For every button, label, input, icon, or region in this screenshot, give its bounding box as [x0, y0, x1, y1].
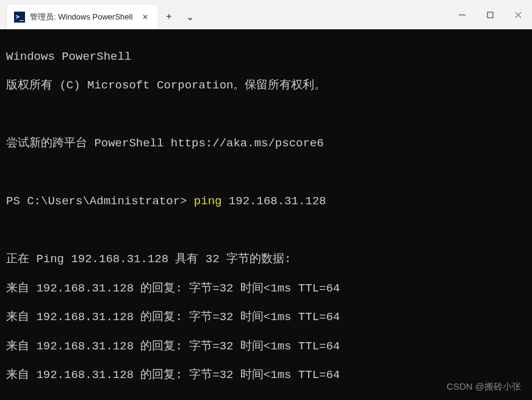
powershell-icon: >_: [14, 12, 25, 23]
minimize-button[interactable]: [448, 0, 476, 29]
pscore-hint: 尝试新的跨平台 PowerShell https://aka.ms/pscore…: [6, 137, 526, 151]
ping-reply: 来自 192.168.31.128 的回复: 字节=32 时间<1ms TTL=…: [6, 282, 526, 296]
blank-line: [6, 398, 526, 400]
maximize-button[interactable]: [476, 0, 504, 29]
close-window-button[interactable]: [504, 0, 532, 29]
plus-icon: +: [166, 11, 171, 22]
blank-line: [6, 224, 526, 238]
svg-rect-1: [487, 12, 493, 18]
terminal-output[interactable]: Windows PowerShell 版权所有 (C) Microsoft Co…: [0, 29, 532, 400]
copyright-line: 版权所有 (C) Microsoft Corporation。保留所有权利。: [6, 79, 526, 93]
titlebar: >_ 管理员: Windows PowerShell ✕ + ⌄: [0, 0, 532, 29]
prompt-line: PS C:\Users\Administrator> ping 192.168.…: [6, 195, 526, 209]
prompt-prefix: PS C:\Users\Administrator>: [6, 195, 194, 208]
close-tab-button[interactable]: ✕: [138, 10, 152, 24]
maximize-icon: [487, 12, 494, 18]
chevron-down-icon: ⌄: [186, 11, 194, 23]
new-tab-button[interactable]: +: [159, 4, 179, 29]
titlebar-drag-region[interactable]: [200, 0, 448, 29]
close-icon: [515, 12, 522, 18]
blank-line: [6, 166, 526, 180]
tab-powershell[interactable]: >_ 管理员: Windows PowerShell ✕: [6, 4, 159, 29]
tab-dropdown-button[interactable]: ⌄: [179, 4, 200, 29]
minimize-icon: [459, 12, 466, 18]
ping-intro: 正在 Ping 192.168.31.128 具有 32 字节的数据:: [6, 252, 526, 267]
ping-reply: 来自 192.168.31.128 的回复: 字节=32 时间<1ms TTL=…: [6, 340, 526, 354]
watermark: CSDN @搬砖小张: [447, 381, 521, 393]
command-arg: 192.168.31.128: [221, 195, 326, 208]
banner-line: Windows PowerShell: [6, 50, 526, 65]
blank-line: [6, 108, 526, 123]
ping-reply: 来自 192.168.31.128 的回复: 字节=32 时间<1ms TTL=…: [6, 310, 526, 325]
close-icon: ✕: [142, 13, 148, 21]
command-name: ping: [194, 195, 222, 208]
tab-title: 管理员: Windows PowerShell: [30, 12, 134, 23]
